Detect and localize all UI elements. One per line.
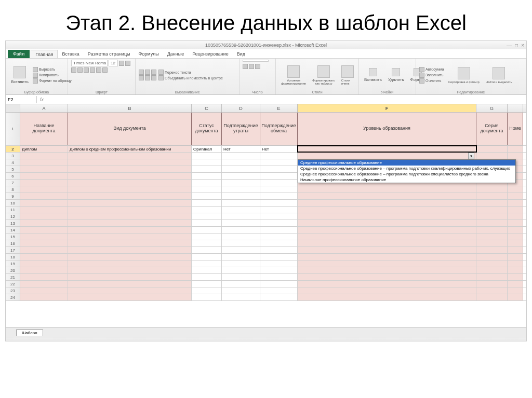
- cell[interactable]: [298, 220, 476, 226]
- cell[interactable]: [20, 260, 68, 267]
- cell[interactable]: [508, 287, 523, 294]
- cell[interactable]: [298, 260, 476, 267]
- cell[interactable]: [260, 200, 298, 206]
- row-header[interactable]: 3: [6, 153, 20, 159]
- cell[interactable]: [192, 213, 222, 219]
- cell[interactable]: [508, 207, 523, 213]
- cell[interactable]: [260, 260, 298, 267]
- row-header[interactable]: 6: [6, 173, 20, 179]
- cell[interactable]: [260, 220, 298, 226]
- cell[interactable]: [260, 267, 298, 273]
- cell[interactable]: [298, 153, 476, 159]
- cell[interactable]: [476, 260, 508, 267]
- row-header[interactable]: 11: [6, 207, 20, 213]
- cell[interactable]: [298, 294, 476, 300]
- cell[interactable]: [298, 193, 476, 199]
- cell[interactable]: [222, 180, 260, 186]
- cell[interactable]: [20, 227, 68, 233]
- row-header[interactable]: 7: [6, 180, 20, 186]
- col-header-D[interactable]: D: [222, 104, 260, 112]
- paste-button[interactable]: Вставить: [9, 60, 31, 90]
- cell[interactable]: [508, 213, 523, 219]
- cell[interactable]: [192, 254, 222, 260]
- cell[interactable]: [476, 294, 508, 300]
- tab-view[interactable]: Вид: [233, 50, 249, 58]
- cell[interactable]: [508, 234, 523, 240]
- cell[interactable]: [20, 240, 68, 246]
- cell[interactable]: [222, 254, 260, 260]
- cell[interactable]: [192, 287, 222, 294]
- cell[interactable]: [68, 281, 192, 287]
- cell[interactable]: [68, 193, 192, 199]
- cell[interactable]: [298, 247, 476, 253]
- formula-input[interactable]: [47, 96, 526, 103]
- cell[interactable]: [298, 240, 476, 246]
- cell[interactable]: [508, 240, 523, 246]
- merge-button[interactable]: Объединить и поместить в центре: [158, 75, 223, 80]
- name-box[interactable]: F2: [6, 96, 37, 103]
- cell[interactable]: [20, 207, 68, 213]
- cell[interactable]: [222, 294, 260, 300]
- row-header[interactable]: 15: [6, 234, 20, 240]
- cell[interactable]: [222, 193, 260, 199]
- align-bottom-icon[interactable]: [151, 70, 156, 75]
- minimize-button[interactable]: —: [507, 43, 512, 48]
- cell[interactable]: [508, 220, 523, 226]
- cell[interactable]: [68, 220, 192, 226]
- cell[interactable]: [20, 186, 68, 193]
- cell[interactable]: [298, 200, 476, 206]
- cell[interactable]: [68, 227, 192, 233]
- cell[interactable]: [222, 186, 260, 193]
- cell[interactable]: Нет: [260, 146, 298, 152]
- cell[interactable]: [68, 153, 192, 159]
- cell[interactable]: [20, 159, 68, 166]
- cell[interactable]: [222, 267, 260, 273]
- row-header[interactable]: 16: [6, 240, 20, 246]
- italic-icon[interactable]: [77, 67, 83, 73]
- cell[interactable]: [222, 227, 260, 233]
- col-header-A[interactable]: A: [20, 104, 68, 112]
- cell[interactable]: [260, 193, 298, 199]
- fill-button[interactable]: Заполнить: [419, 73, 444, 78]
- cell[interactable]: [476, 281, 508, 287]
- row-header[interactable]: 9: [6, 193, 20, 199]
- border-icon[interactable]: [90, 67, 95, 73]
- cell[interactable]: [222, 166, 260, 172]
- cell[interactable]: [192, 159, 222, 166]
- cell[interactable]: [192, 234, 222, 240]
- wrap-text-button[interactable]: Перенос текста: [158, 70, 223, 75]
- row-header[interactable]: 4: [6, 159, 20, 166]
- cell[interactable]: [508, 200, 523, 206]
- cell[interactable]: [20, 213, 68, 219]
- cell[interactable]: [68, 294, 192, 300]
- cell[interactable]: [476, 207, 508, 213]
- cell[interactable]: [192, 200, 222, 206]
- cell[interactable]: [476, 227, 508, 233]
- col-header-H[interactable]: [508, 104, 523, 112]
- cell[interactable]: [68, 159, 192, 166]
- align-top-icon[interactable]: [139, 70, 144, 75]
- cell[interactable]: [68, 180, 192, 186]
- row-header[interactable]: 24: [6, 294, 20, 300]
- cell[interactable]: [298, 186, 476, 193]
- cell[interactable]: [298, 234, 476, 240]
- cell[interactable]: [68, 247, 192, 253]
- row-header[interactable]: 1: [6, 113, 20, 145]
- font-name-select[interactable]: Times New Roma: [71, 60, 108, 66]
- cell[interactable]: [68, 213, 192, 219]
- cell[interactable]: [508, 186, 523, 193]
- cell[interactable]: [68, 234, 192, 240]
- cell[interactable]: [20, 180, 68, 186]
- cell[interactable]: [476, 153, 508, 159]
- header-cell[interactable]: Название документа: [20, 113, 68, 145]
- cell[interactable]: [298, 146, 476, 152]
- maximize-button[interactable]: □: [515, 43, 518, 48]
- header-cell[interactable]: Подтверждение утраты: [222, 113, 260, 145]
- cell[interactable]: [20, 200, 68, 206]
- cell[interactable]: [298, 227, 476, 233]
- cell[interactable]: [192, 193, 222, 199]
- cell[interactable]: [508, 294, 523, 300]
- number-format-select[interactable]: [243, 60, 269, 62]
- cell[interactable]: [20, 274, 68, 280]
- clear-button[interactable]: Очистить: [419, 78, 444, 84]
